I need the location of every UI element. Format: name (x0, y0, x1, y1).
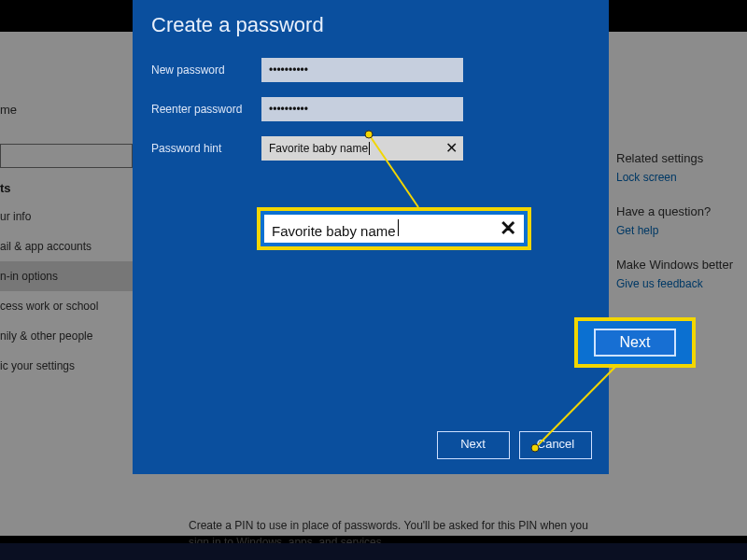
annotation-hint-callout: Favorite baby name ✕ (257, 207, 531, 250)
annotation-hint-value: Favorite baby name (272, 223, 396, 239)
row-password-hint: Password hint Favorite baby name ✕ (133, 129, 609, 168)
dialog-title: Create a password (133, 0, 609, 37)
dialog-button-row: Next Cancel (431, 431, 592, 459)
cancel-button[interactable]: Cancel (519, 431, 592, 459)
password-hint-value: Favorite baby name (269, 142, 368, 155)
screenshot-stage: me ts ur info ail & app accounts n-in op… (0, 0, 747, 560)
new-password-input[interactable]: •••••••••• (261, 58, 463, 82)
taskbar (0, 543, 747, 560)
new-password-value: •••••••••• (269, 63, 308, 77)
reenter-password-value: •••••••••• (269, 103, 308, 116)
annotation-hint-callout-inner: Favorite baby name ✕ (264, 215, 524, 243)
annotation-hint-clear-icon: ✕ (500, 217, 516, 241)
row-new-password: New password •••••••••• (133, 50, 609, 90)
next-button[interactable]: Next (437, 431, 510, 459)
reenter-password-input[interactable]: •••••••••• (261, 97, 463, 121)
password-hint-label: Password hint (151, 142, 261, 155)
row-reenter-password: Reenter password •••••••••• (133, 90, 609, 129)
password-hint-input[interactable]: Favorite baby name ✕ (261, 136, 463, 161)
annotation-next-label: Next (594, 329, 677, 357)
new-password-label: New password (151, 63, 261, 77)
clear-hint-icon[interactable]: ✕ (445, 139, 458, 157)
reenter-password-label: Reenter password (151, 103, 261, 116)
annotation-next-callout: Next (574, 317, 696, 368)
